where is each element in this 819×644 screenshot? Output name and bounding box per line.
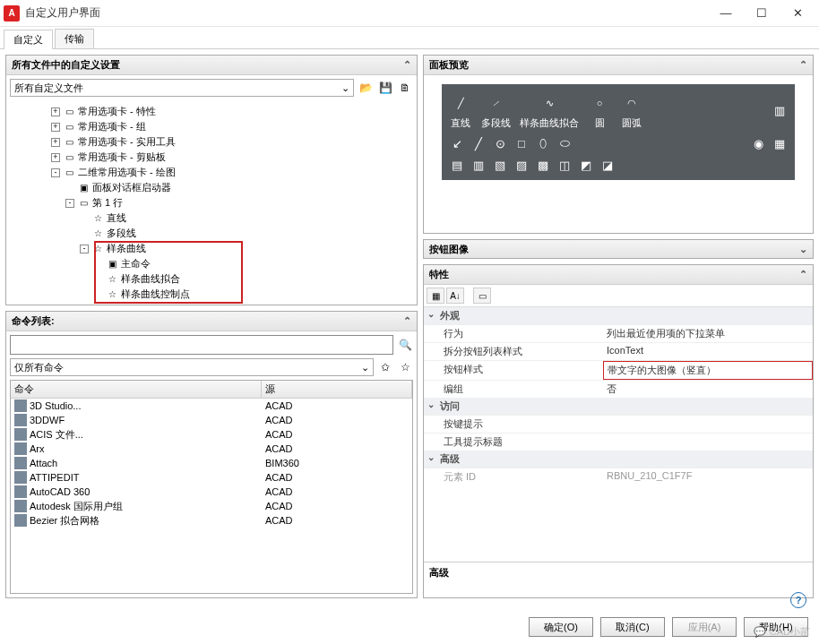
small-btn[interactable]: ◩ — [578, 157, 594, 173]
prop-value[interactable] — [603, 434, 813, 451]
tree-node[interactable]: +▭常用选项卡 - 实用工具 — [8, 134, 415, 150]
prop-category[interactable]: 访问 — [424, 398, 813, 415]
prev-arc[interactable]: ◠圆弧 — [620, 91, 643, 130]
prop-row[interactable]: 拆分按钮列表样式IconText — [424, 342, 813, 360]
small-btn[interactable]: ▦ — [772, 135, 788, 151]
command-row[interactable]: Bezier 拟合网格ACAD — [11, 513, 412, 528]
prop-value[interactable]: 列出最近使用项的下拉菜单 — [603, 325, 813, 342]
col-src[interactable]: 源 — [262, 381, 412, 398]
file-select[interactable]: 所有自定义文件 ⌄ — [10, 79, 354, 97]
command-row[interactable]: AttachBIM360 — [11, 456, 412, 470]
small-btn[interactable]: ◉ — [750, 135, 766, 151]
expand-icon[interactable]: ⌄ — [799, 244, 807, 255]
tree-node[interactable]: ▣面板对话框启动器 — [8, 180, 415, 195]
small-btn[interactable]: ╱ — [470, 135, 487, 151]
collapse-icon[interactable]: ⌃ — [799, 59, 807, 71]
collapse-icon[interactable]: ⌃ — [799, 269, 807, 280]
prop-row[interactable]: 编组否 — [424, 380, 813, 398]
small-btn[interactable]: ▤ — [449, 157, 465, 173]
properties-panel: 特性 ⌃ ▦ A↓ ▭ 外观行为列出最近使用项的下拉菜单拆分按钮列表样式Icon… — [423, 264, 814, 598]
help-icon[interactable]: ? — [790, 592, 806, 608]
prop-row[interactable]: 元素 IDRBNU_210_C1F7F — [424, 468, 813, 485]
tree-node[interactable]: ☆样条曲线控制点 — [8, 287, 415, 302]
prop-value[interactable]: IconText — [603, 343, 813, 360]
tree-node[interactable]: +▭常用选项卡 - 剪贴板 — [8, 150, 415, 165]
categorized-btn[interactable]: ▦ — [427, 288, 444, 304]
prop-row[interactable]: 行为列出最近使用项的下拉菜单 — [424, 324, 813, 342]
small-btn[interactable]: ⬭ — [556, 135, 573, 151]
star-icon[interactable]: ☆ — [397, 359, 413, 375]
tab-transfer[interactable]: 传输 — [55, 29, 94, 48]
prop-row[interactable]: 按键提示 — [424, 415, 813, 433]
command-row[interactable]: ACIS 文件...ACAD — [11, 427, 412, 442]
prop-value[interactable]: 带文字的大图像（竖直） — [603, 361, 813, 380]
small-btn[interactable]: ◫ — [556, 157, 573, 173]
ok-button[interactable]: 确定(O) — [529, 617, 593, 637]
prop-row[interactable]: 按钮样式带文字的大图像（竖直） — [424, 360, 813, 380]
prop-category[interactable]: 高级 — [424, 451, 813, 468]
command-rows[interactable]: 3D Studio...ACAD3DDWFACADACIS 文件...ACADA… — [11, 399, 412, 542]
small-btn[interactable]: ▥ — [772, 103, 788, 119]
prop-grid[interactable]: 外观行为列出最近使用项的下拉菜单拆分按钮列表样式IconText按钮样式带文字的… — [424, 307, 813, 562]
tree-node[interactable]: ▣主命令 — [8, 256, 415, 271]
expand-box[interactable]: + — [51, 138, 60, 147]
command-row[interactable]: ArxACAD — [11, 442, 412, 456]
filter-select[interactable]: 仅所有命令 ⌄ — [10, 358, 374, 376]
prop-value[interactable] — [603, 416, 813, 433]
collapse-icon[interactable]: ⌃ — [403, 59, 411, 71]
save-as-icon[interactable]: 🗎 — [397, 80, 413, 96]
pages-btn[interactable]: ▭ — [473, 288, 491, 304]
command-row[interactable]: 3D Studio...ACAD — [11, 399, 412, 413]
expand-box[interactable]: + — [51, 107, 60, 116]
expand-box[interactable]: - — [80, 245, 89, 253]
col-name[interactable]: 命令 — [11, 381, 262, 398]
command-row[interactable]: ATTIPEDITACAD — [11, 470, 412, 485]
small-btn[interactable]: ▩ — [535, 157, 551, 173]
tab-custom[interactable]: 自定义 — [4, 30, 53, 49]
tree-view[interactable]: +▭常用选项卡 - 特性+▭常用选项卡 - 组+▭常用选项卡 - 实用工具+▭常… — [6, 100, 417, 305]
prev-circle[interactable]: ○圆 — [588, 91, 611, 130]
tree-node[interactable]: +▭常用选项卡 - 特性 — [8, 104, 415, 119]
prop-row[interactable]: 工具提示标题 — [424, 433, 813, 451]
save-icon[interactable]: 💾 — [377, 80, 393, 96]
small-btn[interactable]: ↙ — [449, 135, 465, 151]
small-btn[interactable]: ▥ — [470, 157, 487, 173]
search-input[interactable] — [10, 335, 393, 355]
expand-box[interactable]: + — [51, 123, 60, 132]
button-image-header[interactable]: 按钮图像 ⌄ — [424, 240, 813, 259]
open-icon[interactable]: 📂 — [358, 80, 374, 96]
expand-box[interactable]: - — [65, 199, 74, 208]
alpha-btn[interactable]: A↓ — [446, 288, 464, 304]
tree-node[interactable]: -▭二维常用选项卡 - 绘图 — [8, 165, 415, 180]
apply-button[interactable]: 应用(A) — [672, 617, 737, 637]
small-btn[interactable]: ⊙ — [492, 135, 508, 151]
prev-line[interactable]: ╱直线 — [449, 91, 472, 130]
tree-node[interactable]: +▭常用选项卡 - 组 — [8, 119, 415, 134]
tree-node[interactable]: -▭第 1 行 — [8, 195, 415, 210]
prop-value[interactable]: RBNU_210_C1F7F — [603, 468, 813, 485]
expand-box[interactable]: - — [51, 168, 60, 177]
small-btn[interactable]: ◪ — [599, 157, 616, 173]
prop-category[interactable]: 外观 — [424, 307, 813, 324]
collapse-icon[interactable]: ⌃ — [403, 315, 411, 327]
tree-node[interactable]: ☆直线 — [8, 210, 415, 226]
maximize-button[interactable]: ☐ — [744, 1, 780, 26]
search-icon[interactable]: 🔍 — [397, 337, 413, 353]
small-btn[interactable]: ▨ — [513, 157, 530, 173]
star-new-icon[interactable]: ✩ — [377, 359, 393, 375]
minimize-button[interactable]: — — [708, 1, 744, 26]
prop-value[interactable]: 否 — [603, 381, 813, 398]
tree-node[interactable]: ☆多段线 — [8, 226, 415, 241]
prev-spline[interactable]: ∿样条曲线拟合 — [520, 91, 579, 130]
small-btn[interactable]: □ — [513, 135, 530, 151]
tree-node[interactable]: -☆样条曲线 — [8, 241, 415, 256]
small-btn[interactable]: ▧ — [492, 157, 508, 173]
tree-node[interactable]: +☆圆 — [8, 302, 415, 305]
prev-polyline[interactable]: ⟋多段线 — [481, 91, 511, 130]
tree-node[interactable]: ☆样条曲线拟合 — [8, 271, 415, 287]
expand-box[interactable]: + — [51, 153, 60, 162]
small-btn[interactable]: ⬯ — [535, 135, 551, 151]
cancel-button[interactable]: 取消(C) — [600, 617, 665, 637]
help-button[interactable]: 帮助(H) — [744, 617, 808, 637]
close-button[interactable]: ✕ — [780, 1, 815, 26]
